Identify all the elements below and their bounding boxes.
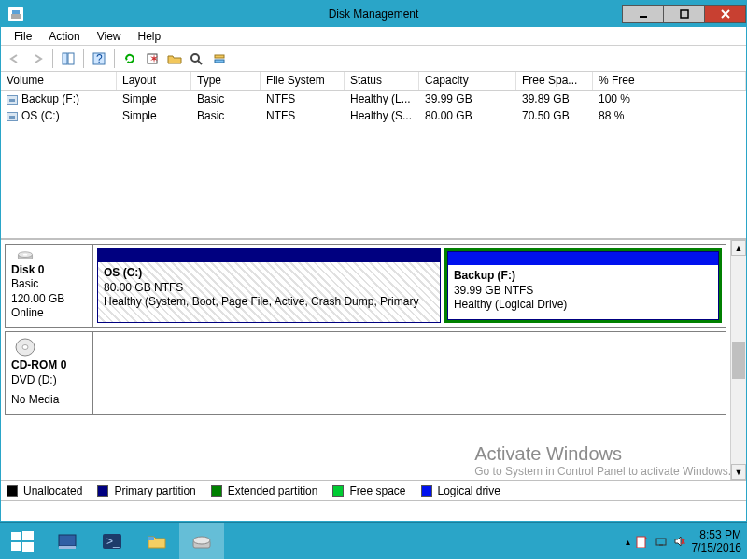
svg-text:>_: >_ <box>106 535 120 548</box>
partition-backup[interactable]: Backup (F:) 39.99 GB NTFS Healthy (Logic… <box>447 251 719 320</box>
settings-button[interactable] <box>209 49 230 69</box>
disk-info[interactable]: CD-ROM 0 DVD (D:) No Media <box>6 332 93 414</box>
col-pctfree[interactable]: % Free <box>593 72 746 90</box>
volume-row[interactable]: Backup (F:) Simple Basic NTFS Healthy (L… <box>1 91 746 107</box>
open-button[interactable] <box>164 49 185 69</box>
partition-name: OS (C:) <box>104 266 434 281</box>
scroll-track[interactable] <box>731 379 746 465</box>
cell-pct: 88 % <box>593 108 746 123</box>
disk-management-icon <box>190 529 214 553</box>
svg-point-31 <box>193 537 210 544</box>
col-volume[interactable]: Volume <box>1 72 117 90</box>
legend-label: Logical drive <box>438 484 500 497</box>
svg-point-12 <box>191 54 199 62</box>
svg-rect-23 <box>11 542 21 551</box>
clock-date: 7/15/2016 <box>692 541 741 554</box>
svg-rect-25 <box>59 535 76 546</box>
cell-layout: Simple <box>117 91 191 106</box>
volume-list-body[interactable]: Backup (F:) Simple Basic NTFS Healthy (L… <box>1 91 746 238</box>
menu-file[interactable]: File <box>7 28 39 45</box>
partition-size: 80.00 GB NTFS <box>104 281 434 296</box>
scroll-track[interactable] <box>731 256 746 342</box>
disk-block-disk0: Disk 0 Basic 120.00 GB Online OS (C:) <box>5 244 726 328</box>
svg-rect-29 <box>148 537 154 540</box>
partition-extended[interactable]: Backup (F:) 39.99 GB NTFS Healthy (Logic… <box>444 248 722 323</box>
server-manager-icon <box>55 529 79 553</box>
windows-logo-icon <box>9 528 35 554</box>
start-button[interactable] <box>0 523 45 560</box>
cell-free: 70.50 GB <box>516 108 593 123</box>
menu-help[interactable]: Help <box>131 28 169 45</box>
disk-info[interactable]: Disk 0 Basic 120.00 GB Online <box>6 245 93 327</box>
legend-swatch-unallocated <box>7 485 18 497</box>
clock-time: 8:53 PM <box>692 528 741 541</box>
disk-block-cdrom: CD-ROM 0 DVD (D:) No Media <box>5 331 726 415</box>
svg-rect-26 <box>59 546 76 549</box>
svg-rect-0 <box>11 14 21 19</box>
taskbar-server-manager[interactable] <box>45 523 90 560</box>
scroll-up-button[interactable]: ▲ <box>731 240 746 256</box>
cell-pct: 100 % <box>593 91 746 106</box>
legend-label: Unallocated <box>23 484 82 497</box>
col-capacity[interactable]: Capacity <box>419 72 516 90</box>
svg-rect-1 <box>12 10 20 14</box>
titlebar: Disk Management <box>1 1 746 27</box>
cell-type: Basic <box>191 108 261 123</box>
volume-row[interactable]: OS (C:) Simple Basic NTFS Healthy (S... … <box>1 107 746 124</box>
volume-name: Backup (F:) <box>21 92 79 105</box>
col-type[interactable]: Type <box>191 72 261 90</box>
taskbar-clock[interactable]: 8:53 PM 7/15/2016 <box>692 528 741 555</box>
rescan-button[interactable]: ✶ <box>142 49 162 69</box>
taskbar: >_ ▴ 8:53 PM 7/15/2016 <box>0 522 747 559</box>
help-button[interactable]: ? <box>89 49 109 69</box>
volume-name: OS (C:) <box>21 109 60 122</box>
minimize-button[interactable] <box>622 5 664 23</box>
close-button[interactable] <box>704 5 746 23</box>
cell-capacity: 39.99 GB <box>419 91 516 106</box>
legend-swatch-free <box>332 485 344 497</box>
scroll-down-button[interactable]: ▼ <box>731 464 746 480</box>
volume-icon[interactable] <box>673 535 686 548</box>
window-title: Disk Management <box>329 7 419 21</box>
action-center-icon[interactable] <box>636 535 649 548</box>
menu-action[interactable]: Action <box>41 28 87 45</box>
col-filesystem[interactable]: File System <box>261 72 345 90</box>
taskbar-disk-management[interactable] <box>179 523 224 560</box>
cdrom-nomedia-area[interactable] <box>97 336 722 411</box>
col-status[interactable]: Status <box>345 72 419 90</box>
svg-rect-33 <box>656 539 666 545</box>
col-layout[interactable]: Layout <box>117 72 191 90</box>
system-tray: ▴ 8:53 PM 7/15/2016 <box>626 523 741 560</box>
network-icon[interactable] <box>655 535 668 548</box>
svg-text:?: ? <box>96 52 103 65</box>
partition-size: 39.99 GB NTFS <box>454 284 712 299</box>
svg-rect-21 <box>11 532 21 540</box>
cell-fs: NTFS <box>261 91 345 106</box>
svg-rect-7 <box>68 53 74 64</box>
svg-rect-14 <box>215 55 224 58</box>
svg-text:✶: ✶ <box>149 52 159 65</box>
menubar: File Action View Help <box>1 27 746 46</box>
taskbar-explorer[interactable] <box>134 523 179 560</box>
legend-swatch-extended <box>211 485 222 497</box>
disk-type: DVD (D:) <box>11 373 87 388</box>
graphical-scrollbar[interactable]: ▲ ▼ <box>730 240 746 480</box>
svg-rect-32 <box>637 537 645 548</box>
menu-view[interactable]: View <box>90 28 129 45</box>
scroll-thumb[interactable] <box>732 342 745 379</box>
taskbar-powershell[interactable]: >_ <box>90 523 134 560</box>
tray-overflow-button[interactable]: ▴ <box>626 537 630 547</box>
volume-list-header: Volume Layout Type File System Status Ca… <box>1 72 746 91</box>
col-free[interactable]: Free Spa... <box>516 72 593 90</box>
svg-point-18 <box>23 254 28 256</box>
view-top-button[interactable] <box>58 49 78 69</box>
toolbar-sep <box>114 49 115 68</box>
powershell-icon: >_ <box>100 529 124 553</box>
explore-button[interactable] <box>187 49 207 69</box>
cell-capacity: 80.00 GB <box>419 108 516 123</box>
maximize-button[interactable] <box>663 5 705 23</box>
volume-icon <box>7 95 18 105</box>
svg-rect-3 <box>681 10 688 18</box>
refresh-button[interactable] <box>120 49 140 69</box>
partition-os[interactable]: OS (C:) 80.00 GB NTFS Healthy (System, B… <box>97 248 441 323</box>
